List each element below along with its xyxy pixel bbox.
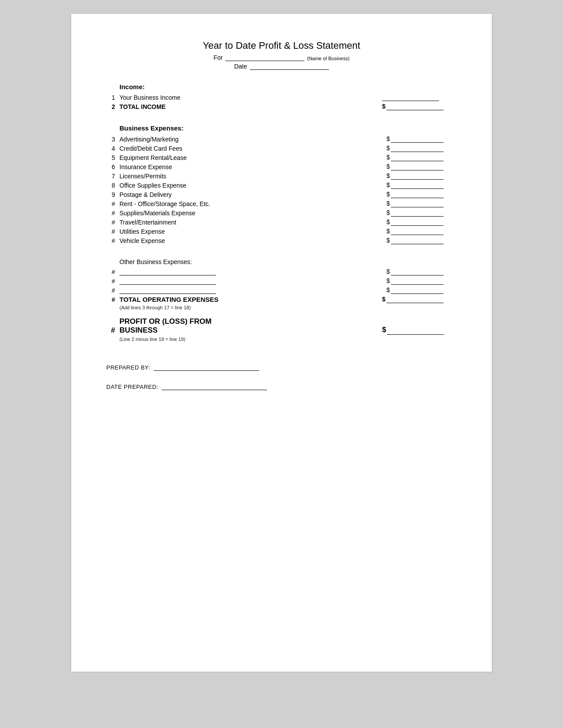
income-line-1-amount [382,94,457,101]
other-line-num-1: # [106,268,119,275]
for-label: For [213,54,223,61]
expense-14-amount: $ [386,237,457,244]
income-line-2-desc: TOTAL INCOME [119,103,253,110]
other-line-num-2: # [106,278,119,285]
income-section-label: Income: [119,83,457,91]
expense-7-amount: $ [386,172,457,180]
business-name-field[interactable] [225,61,304,61]
other-expense-2: # $ [106,277,457,285]
line-num-13: # [106,228,119,235]
prepared-by-field[interactable] [154,364,259,371]
other-expense-1: # $ [106,268,457,275]
expense-9-amount: $ [386,191,457,198]
expense-line-6: 6 Insurance Expense $ [106,163,457,170]
name-of-business-label: (Name of Business) [307,56,350,61]
line-number-1: 1 [106,94,119,101]
income-1-underline[interactable] [382,94,439,101]
line-num-5: 5 [106,154,119,161]
expense-line-9: 9 Postage & Delivery $ [106,191,457,198]
expense-11-amount: $ [386,209,457,217]
total-operating-row: # TOTAL OPERATING EXPENSES $ [106,296,457,303]
line-num-4: 4 [106,145,119,152]
income-line-2: 2 TOTAL INCOME $ [106,103,457,110]
other-line-num-3: # [106,287,119,294]
date-prepared-label: DATE PREPARED: [106,384,158,390]
expense-12-amount: $ [386,218,457,226]
line-num-8: 8 [106,182,119,189]
expense-7-desc: Licenses/Permits [119,173,386,180]
profit-loss-amount: $ [382,326,457,335]
expense-8-amount: $ [386,181,457,189]
expense-4-desc: Credit/Debit Card Fees [119,145,386,152]
other-expense-1-desc [119,268,386,275]
document-page: Year to Date Profit & Loss Statement For… [71,13,492,672]
expense-5-desc: Equipment Rental/Lease [119,154,386,161]
line-num-6: 6 [106,163,119,170]
total-operating-note: (Add lines 3 through 17 = line 18) [119,305,457,310]
line-num-7: 7 [106,173,119,180]
expense-line-7: 7 Licenses/Permits $ [106,172,457,180]
total-income-underline[interactable] [386,103,444,110]
date-field[interactable] [250,69,329,70]
date-prepared-row: DATE PREPARED: [106,383,457,390]
expense-line-4: 4 Credit/Debit Card Fees $ [106,145,457,152]
expense-13-amount: $ [386,228,457,235]
date-label: Date [234,63,247,70]
line-num-12: # [106,219,119,226]
expense-line-13: # Utilities Expense $ [106,228,457,235]
profit-loss-section: # PROFIT OR (LOSS) FROM BUSINESS $ (Line… [106,317,457,342]
expense-line-14: # Vehicle Expense $ [106,237,457,244]
expense-6-amount: $ [386,163,457,170]
expense-14-desc: Vehicle Expense [119,237,386,244]
profit-loss-desc: PROFIT OR (LOSS) FROM BUSINESS [119,317,253,335]
total-income-dollar: $ [382,103,386,110]
profit-loss-note: (Line 2 minus line 18 = line 19) [119,337,457,342]
for-line: For (Name of Business) [106,54,457,61]
expense-5-amount: $ [386,154,457,161]
total-income-amount: $ [382,103,457,110]
expense-11-desc: Supplies/Materials Expense [119,210,386,217]
prepared-by-label: PREPARED BY: [106,364,150,371]
expense-4-amount: $ [386,145,457,152]
other-expense-3-desc [119,287,386,294]
date-prepared-field[interactable] [162,383,267,390]
other-expense-3-amount: $ [386,286,457,294]
expense-3-desc: Advertising/Marketing [119,136,386,143]
expense-3-amount: $ [386,135,457,143]
expense-9-desc: Postage & Delivery [119,191,386,198]
line-num-10: # [106,200,119,207]
income-line-1: 1 Your Business Income [106,94,457,101]
expense-line-3: 3 Advertising/Marketing $ [106,135,457,143]
other-expense-2-amount: $ [386,277,457,285]
expense-line-10: # Rent - Office/Storage Space, Etc. $ [106,200,457,207]
expense-line-12: # Travel/Entertainment $ [106,218,457,226]
document-title: Year to Date Profit & Loss Statement [106,40,457,51]
date-line: Date [106,63,457,70]
profit-loss-row: # PROFIT OR (LOSS) FROM BUSINESS $ [106,317,457,335]
expense-line-8: 8 Office Supplies Expense $ [106,181,457,189]
expense-10-amount: $ [386,200,457,207]
expense-12-desc: Travel/Entertainment [119,219,386,226]
other-expense-1-amount: $ [386,268,457,275]
line-number-2: 2 [106,103,119,110]
total-operating-amount: $ [382,296,457,303]
expenses-section-label: Business Expenses: [119,124,457,132]
line-num-3: 3 [106,136,119,143]
expense-line-5: 5 Equipment Rental/Lease $ [106,154,457,161]
other-expense-2-desc [119,278,386,285]
line-num-14: # [106,237,119,244]
line-num-11: # [106,210,119,217]
prepared-by-row: PREPARED BY: [106,364,457,371]
expense-10-desc: Rent - Office/Storage Space, Etc. [119,200,386,207]
total-operating-num: # [106,296,119,303]
expense-8-desc: Office Supplies Expense [119,182,386,189]
prepared-section: PREPARED BY: DATE PREPARED: [106,364,457,390]
expense-line-11: # Supplies/Materials Expense $ [106,209,457,217]
expense-6-desc: Insurance Expense [119,163,386,170]
income-line-1-desc: Your Business Income [119,94,253,101]
other-expense-3: # $ [106,286,457,294]
total-operating-desc: TOTAL OPERATING EXPENSES [119,296,253,303]
profit-loss-num: # [106,326,119,335]
expense-13-desc: Utilities Expense [119,228,386,235]
other-expenses-label: Other Business Expenses: [119,258,457,265]
